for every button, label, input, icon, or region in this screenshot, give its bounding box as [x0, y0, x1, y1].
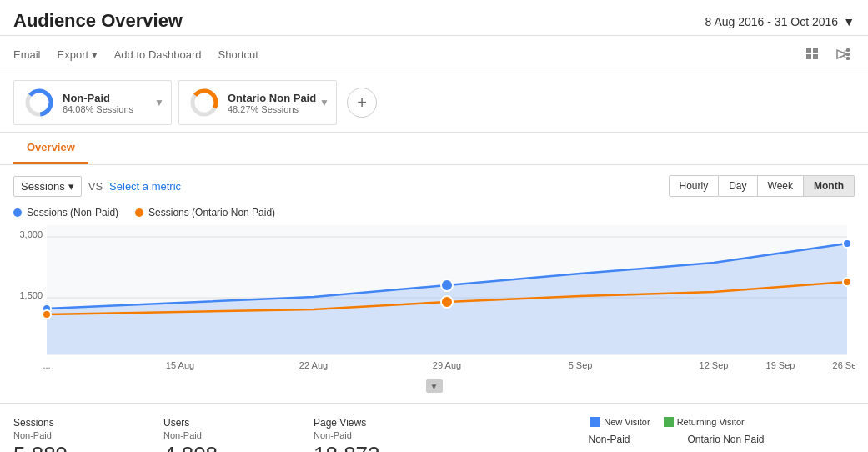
svg-rect-2 — [806, 54, 811, 59]
select-metric-link[interactable]: Select a metric — [109, 180, 181, 193]
svg-text:3,000: 3,000 — [19, 229, 43, 239]
svg-rect-0 — [806, 48, 811, 53]
segment2-dropdown-icon[interactable]: ▼ — [319, 97, 329, 108]
chart-scroll-indicator[interactable]: ▼ — [426, 379, 443, 393]
svg-text:15 Aug: 15 Aug — [166, 360, 194, 370]
legend-label-ontario: Sessions (Ontario Non Paid) — [148, 207, 275, 218]
svg-point-24 — [43, 310, 51, 319]
svg-text:19 Sep: 19 Sep — [766, 360, 795, 370]
pie-legend-returning-label: Returning Visitor — [677, 417, 745, 427]
svg-rect-3 — [813, 54, 818, 59]
svg-text:12 Sep: 12 Sep — [700, 360, 729, 370]
pie-legend-new-label: New Visitor — [604, 417, 650, 427]
stat-sessions-seg1: Non-Paid — [13, 430, 147, 440]
stat-sessions: Sessions Non-Paid 5,889 Ontario Non Paid… — [13, 417, 163, 452]
svg-text:22 Aug: 22 Aug — [299, 360, 328, 370]
svg-text:...: ... — [43, 360, 50, 370]
grid-icon[interactable] — [801, 43, 825, 66]
page-title: Audience Overview — [13, 10, 183, 32]
tab-overview[interactable]: Overview — [13, 133, 88, 164]
stat-sessions-label: Sessions — [13, 417, 147, 429]
legend-dot-ontario — [135, 208, 143, 217]
date-range-text: 8 Aug 2016 - 31 Oct 2016 — [705, 15, 839, 28]
svg-point-22 — [441, 279, 453, 291]
time-btn-hourly[interactable]: Hourly — [669, 175, 720, 197]
time-btn-week[interactable]: Week — [758, 175, 804, 197]
metric-select[interactable]: Sessions ▾ — [13, 176, 82, 197]
metric-label: Sessions — [21, 180, 65, 193]
pie-legend-box-returning — [664, 417, 674, 427]
time-btn-month[interactable]: Month — [804, 175, 855, 197]
time-btn-day[interactable]: Day — [719, 175, 757, 197]
stat-pageviews-val1: 18,872 — [314, 442, 447, 452]
add-segment-button[interactable]: + — [347, 88, 377, 118]
pie-nonpaid: Non-Paid 24% — [559, 434, 660, 452]
svg-text:5 Sep: 5 Sep — [569, 360, 593, 370]
date-dropdown-icon[interactable]: ▼ — [843, 15, 855, 28]
stat-users-val1: 4,808 — [163, 442, 297, 452]
legend-dot-nonpaid — [13, 208, 22, 217]
stat-pageviews-seg1: Non-Paid — [314, 430, 447, 440]
stat-users-seg1: Non-Paid — [163, 430, 297, 440]
svg-text:1,500: 1,500 — [19, 290, 43, 300]
pie-ontario: Ontario Non Paid 27.6% — [676, 434, 776, 452]
share-icon[interactable] — [831, 43, 855, 66]
metric-dropdown-icon: ▾ — [68, 180, 74, 193]
stat-users-label: Users — [163, 417, 297, 429]
svg-text:29 Aug: 29 Aug — [433, 360, 461, 370]
legend-ontario: Sessions (Ontario Non Paid) — [135, 207, 275, 218]
segment2-sub: 48.27% Sessions — [228, 104, 316, 114]
pie-legend-returning: Returning Visitor — [664, 417, 745, 427]
chart-area: 3,000 1,500 ... 15 Au — [13, 225, 855, 393]
pie-nonpaid-title: Non-Paid — [559, 434, 660, 445]
segment1-name: Non-Paid — [63, 92, 133, 104]
pie-section: New Visitor Returning Visitor Non-Paid 2… — [464, 417, 855, 452]
stat-users: Users Non-Paid 4,808 Ontario Non Paid 3,… — [163, 417, 314, 452]
stat-pageviews-label: Page Views — [314, 417, 447, 429]
svg-rect-1 — [813, 48, 818, 53]
segment1-dropdown-icon[interactable]: ▼ — [154, 97, 164, 108]
svg-point-26 — [843, 278, 851, 286]
toolbar-email[interactable]: Email — [13, 48, 41, 61]
legend-label-nonpaid: Sessions (Non-Paid) — [27, 207, 118, 218]
toolbar-shortcut[interactable]: Shortcut — [218, 48, 258, 61]
toolbar-export[interactable]: Export ▾ — [58, 48, 98, 61]
segment1-sub: 64.08% Sessions — [63, 104, 133, 114]
svg-point-23 — [843, 239, 851, 248]
pie-ontario-title: Ontario Non Paid — [676, 434, 776, 445]
segment-card-ontario[interactable]: Ontario Non Paid 48.27% Sessions ▼ — [178, 80, 337, 125]
toolbar-add-dashboard[interactable]: Add to Dashboard — [114, 48, 202, 61]
pie-legend-box-new — [590, 417, 600, 427]
segment2-name: Ontario Non Paid — [228, 92, 316, 104]
vs-text: VS — [88, 180, 103, 193]
svg-text:26 Sep: 26 Sep — [833, 360, 855, 370]
legend-nonpaid: Sessions (Non-Paid) — [13, 207, 118, 218]
stat-sessions-val1: 5,889 — [13, 442, 147, 452]
stat-pageviews: Page Views Non-Paid 18,872 Ontario Non P… — [314, 417, 464, 452]
pie-legend-new: New Visitor — [590, 417, 650, 427]
svg-point-25 — [441, 296, 453, 308]
segment-card-nonpaid[interactable]: Non-Paid 64.08% Sessions ▼ — [13, 80, 172, 125]
